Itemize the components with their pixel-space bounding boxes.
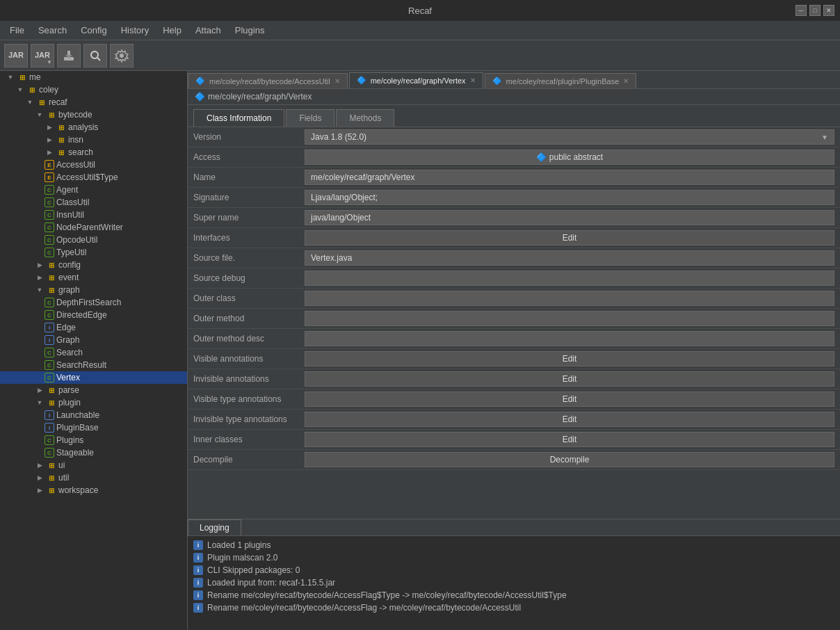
maximize-button[interactable]: □	[809, 5, 821, 16]
tree-label-ui: ui	[58, 460, 65, 470]
tree-item-NodeParentWriter[interactable]: CNodeParentWriter	[0, 221, 187, 234]
tree-label-Agent: Agent	[56, 185, 78, 195]
field-value-13[interactable]: Edit	[305, 391, 834, 407]
field-value-5[interactable]: Edit	[305, 230, 834, 245]
tree-item-TypeUtil[interactable]: CTypeUtil	[0, 246, 187, 259]
content-area: 🔷 me/coley/recaf/bytecode/AccessUtil ✕ 🔷…	[188, 71, 840, 630]
tree-item-parse[interactable]: ▶ ⊞parse	[0, 384, 187, 396]
field-value-3[interactable]: Ljava/lang/Object;	[305, 190, 834, 205]
field-value-15[interactable]: Edit	[305, 432, 834, 447]
tree-item-ClassUtil[interactable]: CClassUtil	[0, 196, 187, 209]
save-jar-button[interactable]: JAR ▼	[31, 44, 54, 67]
tab-vertex-close[interactable]: ✕	[470, 76, 476, 84]
logging-tab[interactable]: Logging	[188, 519, 241, 535]
pkg-icon-workspace: ⊞	[47, 485, 56, 495]
search-button[interactable]	[83, 44, 107, 67]
field-value-16[interactable]: Decompile	[305, 452, 834, 467]
menu-search[interactable]: Search	[31, 22, 74, 38]
tree-item-ui[interactable]: ▶ ⊞ui	[0, 459, 187, 471]
field-label-11: Visible annotations	[193, 354, 305, 364]
export-button[interactable]	[57, 44, 81, 67]
settings-button[interactable]	[110, 44, 134, 67]
field-value-9[interactable]	[305, 311, 834, 326]
tree-item-bytecode[interactable]: ▼ ⊞bytecode	[0, 108, 187, 121]
tree-item-me[interactable]: ▼ ⊞me	[0, 71, 187, 83]
field-value-12[interactable]: Edit	[305, 371, 834, 387]
tree-item-recaf[interactable]: ▼ ⊞recaf	[0, 96, 187, 108]
tree-item-Launchable[interactable]: ILaunchable	[0, 409, 187, 421]
field-row-7: Source debug	[188, 268, 840, 289]
tree-item-OpcodeUtil[interactable]: COpcodeUtil	[0, 234, 187, 246]
tree-item-insn[interactable]: ▶ ⊞insn	[0, 134, 187, 146]
tree-item-Vertex[interactable]: CVertex	[0, 371, 187, 384]
tree-item-workspace[interactable]: ▶ ⊞workspace	[0, 484, 187, 496]
menu-file[interactable]: File	[3, 22, 31, 38]
field-text-13: Edit	[563, 394, 577, 404]
tab-methods[interactable]: Methods	[336, 109, 394, 127]
menu-plugins[interactable]: Plugins	[228, 22, 272, 38]
minimize-button[interactable]: ─	[795, 5, 807, 16]
tab-pluginbase-close[interactable]: ✕	[623, 77, 629, 85]
log-icon-0: i	[193, 540, 203, 550]
field-label-2: Name	[193, 172, 305, 182]
tree-item-analysis[interactable]: ▶ ⊞analysis	[0, 121, 187, 134]
field-value-6[interactable]: Vertex.java	[305, 250, 834, 266]
class-info-panel: VersionJava 1.8 (52.0)▼Access🔷public abs…	[188, 127, 840, 519]
field-value-14[interactable]: Edit	[305, 412, 834, 427]
tree-item-coley[interactable]: ▼ ⊞coley	[0, 83, 187, 96]
tree-item-Stageable[interactable]: CStageable	[0, 446, 187, 459]
tab-vertex-label: me/coley/recaf/graph/Vertex	[371, 76, 466, 85]
tree-item-AccessUtil[interactable]: EAccessUtil	[0, 159, 187, 171]
tree-item-DepthFirstSearch[interactable]: CDepthFirstSearch	[0, 296, 187, 309]
tree-item-SearchResult[interactable]: CSearchResult	[0, 359, 187, 371]
tab-vertex[interactable]: 🔷 me/coley/recaf/graph/Vertex ✕	[349, 72, 483, 88]
tree-label-util: util	[58, 473, 69, 483]
field-value-0[interactable]: Java 1.8 (52.0)▼	[305, 129, 834, 145]
pkg-icon-recaf: ⊞	[37, 97, 47, 107]
tab-fields[interactable]: Fields	[286, 109, 334, 127]
field-label-7: Source debug	[193, 273, 305, 283]
tree-item-graph[interactable]: ▼ ⊞graph	[0, 284, 187, 296]
field-row-15: Inner classesEdit	[188, 430, 840, 450]
tree-item-AccessUtilType[interactable]: EAccessUtil$Type	[0, 171, 187, 184]
tree-item-InsnUtil[interactable]: CInsnUtil	[0, 209, 187, 221]
menu-config[interactable]: Config	[74, 22, 114, 38]
tree-item-Graph[interactable]: IGraph	[0, 334, 187, 346]
tab-accessutil-close[interactable]: ✕	[334, 77, 340, 85]
open-jar-button[interactable]: JAR	[4, 44, 28, 67]
log-icon-5: i	[193, 603, 203, 613]
tab-pluginbase[interactable]: 🔷 me/coley/recaf/plugin/PluginBase ✕	[485, 73, 637, 88]
tab-accessutil[interactable]: 🔷 me/coley/recaf/bytecode/AccessUtil ✕	[188, 73, 348, 88]
tab-class-information[interactable]: Class Information	[193, 109, 284, 127]
field-label-4: Super name	[193, 213, 305, 223]
menu-help[interactable]: Help	[156, 22, 188, 38]
field-value-10[interactable]	[305, 331, 834, 346]
menu-attach[interactable]: Attach	[188, 22, 228, 38]
field-value-8[interactable]	[305, 291, 834, 306]
tree-item-Edge[interactable]: IEdge	[0, 321, 187, 334]
tree-label-Edge: Edge	[56, 323, 76, 332]
class-icon-Vertex: C	[45, 373, 54, 382]
tree-item-DirectedEdge[interactable]: CDirectedEdge	[0, 309, 187, 321]
tree-label-Search: Search	[56, 348, 83, 357]
tree-label-ClassUtil: ClassUtil	[56, 197, 89, 207]
tree-item-plugin[interactable]: ▼ ⊞plugin	[0, 396, 187, 409]
tree-item-config[interactable]: ▶ ⊞config	[0, 259, 187, 271]
field-value-4[interactable]: java/lang/Object	[305, 210, 834, 225]
tree-label-search: search	[68, 147, 93, 157]
field-value-2[interactable]: me/coley/recaf/graph/Vertex	[305, 170, 834, 185]
field-row-5: InterfacesEdit	[188, 228, 840, 248]
menu-history[interactable]: History	[114, 22, 156, 38]
tree-item-PluginBase[interactable]: IPluginBase	[0, 421, 187, 434]
tree-item-Plugins[interactable]: CPlugins	[0, 434, 187, 446]
close-button[interactable]: ✕	[823, 5, 834, 16]
tree-item-search[interactable]: ▶ ⊞search	[0, 146, 187, 159]
tree-item-Search[interactable]: CSearch	[0, 346, 187, 359]
field-value-7[interactable]	[305, 270, 834, 286]
field-row-6: Source file.Vertex.java	[188, 248, 840, 268]
log-icon-4: i	[193, 590, 203, 600]
tree-item-util[interactable]: ▶ ⊞util	[0, 471, 187, 484]
tree-item-Agent[interactable]: CAgent	[0, 184, 187, 196]
tree-item-event[interactable]: ▶ ⊞event	[0, 271, 187, 284]
field-value-11[interactable]: Edit	[305, 351, 834, 366]
